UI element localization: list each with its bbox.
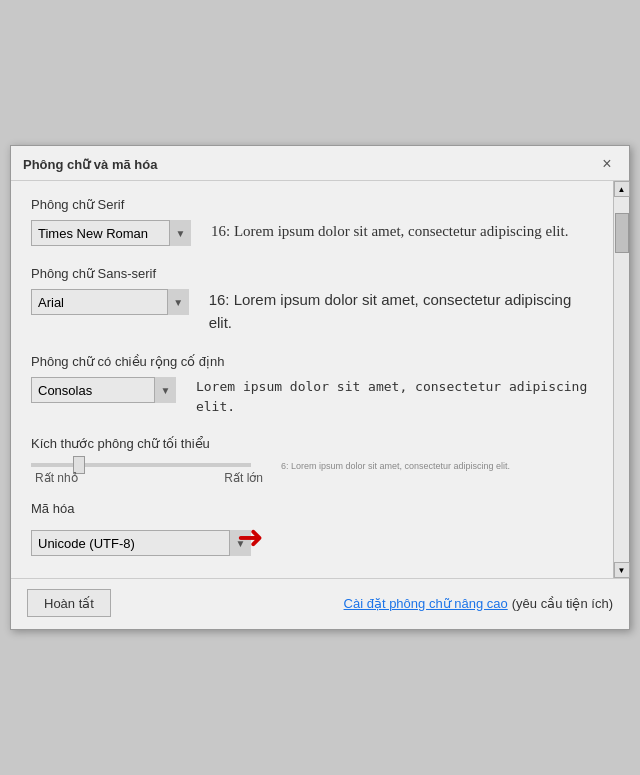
encoding-select[interactable]: Unicode (UTF-8) — [31, 530, 251, 556]
min-size-slider[interactable] — [31, 463, 251, 467]
content-area: Phông chữ Serif Times New Roman ▼ 16: Lo… — [11, 181, 629, 578]
encoding-select-wrapper: Unicode (UTF-8) ▼ — [31, 530, 251, 556]
done-button[interactable]: Hoàn tất — [27, 589, 111, 617]
scrollbar-thumb[interactable] — [615, 213, 629, 253]
main-content: Phông chữ Serif Times New Roman ▼ 16: Lo… — [11, 181, 613, 578]
fixed-row: Consolas ▼ Lorem ipsum dolor sit amet, c… — [31, 377, 593, 416]
fixed-select-wrapper: Consolas ▼ — [31, 377, 176, 403]
sans-row: Arial ▼ 16: Lorem ipsum dolor sit amet, … — [31, 289, 593, 334]
scroll-down-icon[interactable]: ▼ — [614, 562, 630, 578]
fixed-select[interactable]: Consolas — [31, 377, 176, 403]
footer: Hoàn tất Cài đặt phông chữ nâng cao (yêu… — [11, 578, 629, 629]
serif-select[interactable]: Times New Roman — [31, 220, 191, 246]
sans-label: Phông chữ Sans-serif — [31, 266, 593, 281]
encoding-section: Mã hóa Unicode (UTF-8) ▼ ➜ — [31, 501, 593, 562]
serif-section: Phông chữ Serif Times New Roman ▼ 16: Lo… — [31, 197, 593, 246]
slider-max-label: Rất lớn — [224, 471, 263, 485]
serif-select-wrapper: Times New Roman ▼ — [31, 220, 191, 246]
dialog-title: Phông chữ và mã hóa — [23, 157, 157, 172]
fixed-preview: Lorem ipsum dolor sit amet, consectetur … — [196, 377, 593, 416]
serif-label: Phông chữ Serif — [31, 197, 593, 212]
footer-right: Cài đặt phông chữ nâng cao (yêu cầu tiện… — [344, 596, 613, 611]
serif-preview: 16: Lorem ipsum dolor sit amet, consecte… — [211, 220, 568, 243]
sans-section: Phông chữ Sans-serif Arial ▼ 16: Lorem i… — [31, 266, 593, 334]
fixed-label: Phông chữ có chiều rộng cố định — [31, 354, 593, 369]
advanced-settings-note: (yêu cầu tiện ích) — [512, 596, 613, 611]
scrollbar[interactable]: ▲ ▼ — [613, 181, 629, 578]
arrow-indicator-icon: ➜ — [237, 518, 264, 556]
slider-min-label: Rất nhỏ — [35, 471, 78, 485]
advanced-settings-link[interactable]: Cài đặt phông chữ nâng cao — [344, 596, 508, 611]
sans-select[interactable]: Arial — [31, 289, 189, 315]
slider-preview-row: 6: Lorem ipsum dolor sit amet, consectet… — [31, 459, 593, 471]
sans-preview: 16: Lorem ipsum dolor sit amet, consecte… — [209, 289, 593, 334]
settings-dialog: Phông chữ và mã hóa × Phông chữ Serif Ti… — [10, 145, 630, 630]
encoding-label: Mã hóa — [31, 501, 593, 516]
sans-select-wrapper: Arial ▼ — [31, 289, 189, 315]
serif-row: Times New Roman ▼ 16: Lorem ipsum dolor … — [31, 220, 593, 246]
scroll-up-icon[interactable]: ▲ — [614, 181, 630, 197]
encoding-row: Unicode (UTF-8) ▼ ➜ — [31, 524, 593, 562]
title-bar: Phông chữ và mã hóa × — [11, 146, 629, 181]
min-size-preview: 6: Lorem ipsum dolor sit amet, consectet… — [281, 461, 510, 471]
min-size-label: Kích thước phông chữ tối thiểu — [31, 436, 593, 451]
fixed-section: Phông chữ có chiều rộng cố định Consolas… — [31, 354, 593, 416]
min-size-section: Kích thước phông chữ tối thiểu 6: Lorem … — [31, 436, 593, 485]
close-button[interactable]: × — [597, 154, 617, 174]
